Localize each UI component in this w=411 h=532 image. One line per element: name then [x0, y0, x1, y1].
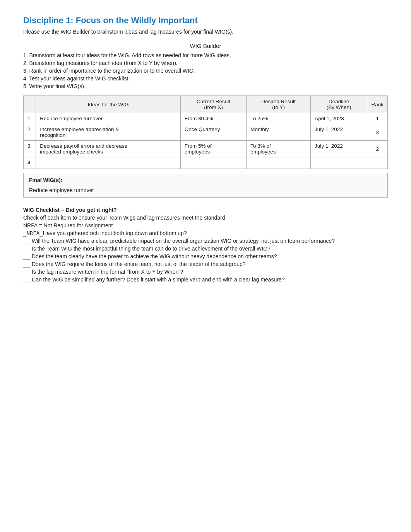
- table-header-rank: Rank: [367, 96, 388, 113]
- row2-current: Once Quarterly: [180, 124, 246, 141]
- instruction-4: Test your ideas against the WIG checklis…: [23, 75, 388, 82]
- row2-deadline: July 1, 2022: [310, 124, 367, 141]
- checklist-item-3: __ Does the team clearly have the power …: [23, 253, 388, 259]
- table-row: 2. Increase employee appreciation & reco…: [24, 124, 388, 141]
- row4-num: 4.: [24, 157, 36, 169]
- final-wig-box: Final WIG(s): Reduce employee turnover: [23, 173, 388, 198]
- checklist-item-5: __ Is the lag measure written in the for…: [23, 269, 388, 275]
- checklist-text-2: Is the Team WIG the most impactful thing…: [32, 246, 388, 252]
- checklist-text-6: Can the WIG be simplified any further? D…: [32, 276, 388, 283]
- instruction-3: Rank in order of importance to the organ…: [23, 68, 388, 74]
- instruction-2: Brainstorm lag measures for each idea (f…: [23, 60, 388, 66]
- checklist-sub1: Check off each item to ensure your Team …: [23, 215, 388, 221]
- row2-desired: Monthly: [247, 124, 311, 141]
- row4-current: [180, 157, 246, 169]
- row3-deadline: July 1, 2022: [310, 141, 367, 157]
- final-wig-value: Reduce employee turnover: [29, 187, 382, 193]
- row4-rank: [367, 157, 388, 169]
- checklist-item-4: __ Does the WIG require the focus of the…: [23, 261, 388, 267]
- row1-desired: To 25%: [247, 113, 311, 124]
- row1-rank: 1: [367, 113, 388, 124]
- page-subtitle: Please use the WIG Builder to brainstorm…: [23, 29, 388, 35]
- row1-deadline: April 1, 2023: [310, 113, 367, 124]
- row2-num: 2.: [24, 124, 36, 141]
- table-row: 4.: [24, 157, 388, 169]
- row1-current: From 30.4%: [180, 113, 246, 124]
- checklist-item-1: __ Will the Team WIG have a clear, predi…: [23, 238, 388, 244]
- row1-idea: Reduce employee turnover: [36, 113, 181, 124]
- checklist-text-1: Will the Team WIG have a clear, predicta…: [32, 238, 388, 244]
- page-title: Discipline 1: Focus on the Wildly Import…: [23, 15, 388, 26]
- instructions-list: Brainstorm at least four ideas for the W…: [23, 52, 388, 89]
- checklist-text-4: Does the WIG require the focus of the en…: [32, 261, 388, 267]
- table-header-num: [24, 96, 36, 113]
- row3-rank: 2: [367, 141, 388, 157]
- table-header-desired: Desired Result (to Y): [247, 96, 311, 113]
- checklist-prefix-1: __: [23, 238, 32, 244]
- row4-deadline: [310, 157, 367, 169]
- checklist-section: WIG Checklist – Did you get it right? Ch…: [23, 207, 388, 283]
- checklist-item-0: _NRFA_ Have you gathered rich input both…: [23, 230, 388, 236]
- checklist-title: WIG Checklist – Did you get it right?: [23, 207, 388, 213]
- checklist-nrfa-def: NRFA = Not Required for Assignment: [23, 222, 388, 228]
- wig-builder-title: WIG Builder: [23, 43, 388, 49]
- table-row: 1. Reduce employee turnover From 30.4% T…: [24, 113, 388, 124]
- table-header-deadline: Deadline (By When): [310, 96, 367, 113]
- row1-num: 1.: [24, 113, 36, 124]
- checklist-prefix-4: __: [23, 261, 32, 267]
- row2-idea: Increase employee appreciation & recogni…: [36, 124, 181, 141]
- table-row: 3. Decrease payroll errors and decrease …: [24, 141, 388, 157]
- checklist-prefix-2: __: [23, 246, 32, 252]
- checklist-item-2: __ Is the Team WIG the most impactful th…: [23, 246, 388, 252]
- row3-desired: To 3% of employees: [247, 141, 311, 157]
- checklist-prefix-3: __: [23, 253, 32, 259]
- checklist-prefix-5: __: [23, 269, 32, 275]
- row2-rank: 3: [367, 124, 388, 141]
- instruction-1: Brainstorm at least four ideas for the W…: [23, 52, 388, 58]
- final-wig-label: Final WIG(s):: [29, 177, 382, 183]
- checklist-text-3: Does the team clearly have the power to …: [32, 253, 388, 259]
- row3-idea: Decrease payroll errors and decrease imp…: [36, 141, 181, 157]
- checklist-text-5: Is the lag measure written in the format…: [32, 269, 388, 275]
- row3-current: From 5% of employees: [180, 141, 246, 157]
- checklist-prefix-0: _NRFA_: [23, 230, 43, 236]
- checklist-prefix-6: __: [23, 276, 32, 283]
- row3-num: 3.: [24, 141, 36, 157]
- checklist-item-6: __ Can the WIG be simplified any further…: [23, 276, 388, 283]
- instruction-5: Write your final WIG(s).: [23, 83, 388, 89]
- table-header-ideas: Ideas for the WIG: [36, 96, 181, 113]
- wig-table: Ideas for the WIG Current Result (from X…: [23, 95, 388, 169]
- checklist-text-0: Have you gathered rich input both top do…: [43, 230, 388, 236]
- row4-desired: [247, 157, 311, 169]
- table-header-current: Current Result (from X): [180, 96, 246, 113]
- row4-idea: [36, 157, 181, 169]
